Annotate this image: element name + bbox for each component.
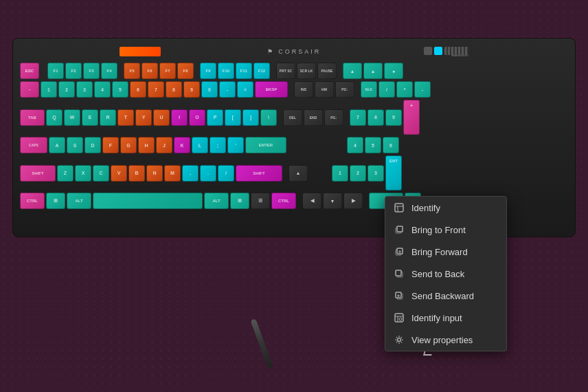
key-b[interactable]: B — [128, 165, 145, 182]
key-d[interactable]: D — [84, 137, 101, 153]
key-o[interactable]: O — [189, 109, 205, 126]
menu-item-view-properties[interactable]: View properties — [385, 329, 506, 351]
key-f11[interactable]: F11 — [236, 63, 252, 79]
key-q[interactable]: Q — [46, 109, 63, 126]
key-slash[interactable]: / — [218, 165, 234, 182]
key-g[interactable]: G — [120, 137, 137, 153]
key-n4[interactable]: 4 — [347, 137, 363, 153]
key-t[interactable]: T — [117, 109, 134, 126]
key-prtsc[interactable]: PRT SC — [276, 63, 295, 79]
menu-item-bring-to-front[interactable]: Bring to Front — [385, 219, 506, 241]
key-lbracket[interactable]: [ — [225, 109, 241, 126]
key-y[interactable]: Y — [135, 109, 152, 126]
key-pgup[interactable]: PG↑ — [335, 81, 354, 98]
menu-item-identify-input[interactable]: Identify input — [385, 307, 506, 329]
key-period[interactable]: . — [200, 165, 216, 182]
key-right[interactable]: ▶ — [343, 193, 363, 209]
key-f5[interactable]: F5 — [124, 63, 140, 79]
key-n5[interactable]: 5 — [365, 137, 381, 153]
key-n1[interactable]: 1 — [332, 165, 348, 182]
key-esc[interactable]: ESC — [20, 63, 39, 79]
key-c[interactable]: C — [93, 165, 109, 182]
key-0[interactable]: 0 — [201, 81, 218, 98]
key-grave[interactable]: ~ — [20, 81, 39, 98]
key-e[interactable]: E — [82, 109, 98, 126]
key-f7[interactable]: F7 — [159, 63, 176, 79]
key-rshift[interactable]: SHIFT — [236, 165, 282, 182]
key-vol[interactable]: ▲ — [343, 63, 362, 79]
key-f4[interactable]: F4 — [101, 63, 117, 79]
key-4[interactable]: 4 — [94, 81, 111, 98]
key-lshift[interactable]: SHIFT — [20, 165, 56, 182]
key-a[interactable]: A — [49, 137, 65, 153]
key-del[interactable]: DEL — [283, 109, 302, 126]
key-vol2[interactable]: ▲ — [363, 63, 383, 79]
key-backslash[interactable]: \ — [260, 109, 277, 126]
key-ralt[interactable]: ALT — [204, 193, 229, 209]
key-caps[interactable]: CAPS — [20, 137, 47, 153]
key-equal[interactable]: = — [237, 81, 253, 98]
key-lwin[interactable]: ⊞ — [46, 193, 65, 209]
key-3[interactable]: 3 — [76, 81, 93, 98]
key-scrlk[interactable]: SCR LK — [297, 63, 316, 79]
key-nminus[interactable]: - — [414, 81, 431, 98]
key-m[interactable]: M — [164, 165, 181, 182]
key-mute[interactable]: ● — [384, 63, 403, 79]
key-down[interactable]: ▼ — [323, 193, 342, 209]
key-n2[interactable]: 2 — [350, 165, 366, 182]
key-j[interactable]: J — [156, 137, 172, 153]
key-f3[interactable]: F3 — [83, 63, 100, 79]
key-nslash[interactable]: / — [378, 81, 395, 98]
menu-item-send-to-back[interactable]: Send to Back — [385, 263, 506, 285]
key-f9[interactable]: F9 — [200, 63, 216, 79]
key-f6[interactable]: F6 — [142, 63, 158, 79]
key-f10[interactable]: F10 — [218, 63, 234, 79]
key-u[interactable]: U — [153, 109, 170, 126]
key-nplus[interactable]: + — [403, 100, 420, 135]
key-2[interactable]: 2 — [58, 81, 75, 98]
key-home[interactable]: HM — [315, 81, 334, 98]
key-menu[interactable]: ☰ — [251, 193, 270, 209]
key-7[interactable]: 7 — [148, 81, 164, 98]
key-semi[interactable]: ; — [210, 137, 226, 153]
key-f12[interactable]: F12 — [253, 63, 270, 79]
key-nstar[interactable]: * — [396, 81, 413, 98]
key-9[interactable]: 9 — [183, 81, 200, 98]
key-lctrl[interactable]: CTRL — [20, 193, 45, 209]
key-nlk[interactable]: NLK — [361, 81, 377, 98]
key-h[interactable]: H — [138, 137, 155, 153]
key-ins[interactable]: INS — [294, 81, 313, 98]
key-1[interactable]: 1 — [41, 81, 57, 98]
menu-item-identify[interactable]: Identify — [385, 197, 506, 219]
key-enter[interactable]: ENTER — [245, 137, 286, 153]
key-w[interactable]: W — [64, 109, 80, 126]
key-i[interactable]: I — [171, 109, 188, 126]
menu-item-bring-forward[interactable]: Bring Forward — [385, 241, 506, 263]
key-comma[interactable]: , — [182, 165, 199, 182]
key-rwin[interactable]: ⊞ — [230, 193, 249, 209]
key-5[interactable]: 5 — [112, 81, 128, 98]
key-8[interactable]: 8 — [166, 81, 182, 98]
key-f2[interactable]: F2 — [65, 63, 82, 79]
key-lalt[interactable]: ALT — [67, 193, 91, 209]
key-f[interactable]: F — [102, 137, 119, 153]
key-nenter[interactable]: ENT — [385, 155, 402, 190]
key-k[interactable]: K — [174, 137, 190, 153]
key-n6[interactable]: 6 — [383, 137, 399, 153]
key-rbracket[interactable]: ] — [242, 109, 259, 126]
key-quote[interactable]: ' — [227, 137, 244, 153]
key-r[interactable]: R — [100, 109, 116, 126]
key-f1[interactable]: F1 — [47, 63, 64, 79]
key-up[interactable]: ▲ — [289, 165, 308, 182]
key-n[interactable]: N — [146, 165, 163, 182]
key-l[interactable]: L — [192, 137, 208, 153]
key-end[interactable]: END — [304, 109, 323, 126]
key-n7[interactable]: 7 — [350, 109, 366, 126]
key-rctrl[interactable]: CTRL — [271, 193, 296, 209]
key-n8[interactable]: 8 — [368, 109, 384, 126]
key-x[interactable]: X — [75, 165, 91, 182]
key-pgdn[interactable]: PG↓ — [324, 109, 343, 126]
key-6[interactable]: 6 — [130, 81, 146, 98]
key-n3[interactable]: 3 — [368, 165, 384, 182]
key-p[interactable]: P — [207, 109, 223, 126]
